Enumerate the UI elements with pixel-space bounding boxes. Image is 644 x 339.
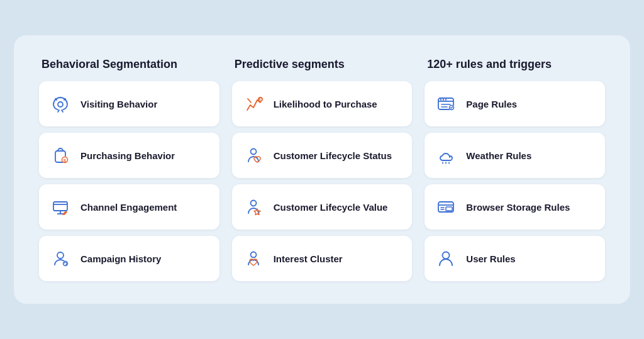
likelihood-icon (242, 92, 265, 115)
svg-point-6 (57, 252, 64, 258)
card-label-0-3: Campaign History (80, 253, 161, 264)
card-label-2-0: Page Rules (466, 99, 517, 109)
column-header-2: 120+ rules and triggers (425, 58, 605, 71)
card-0-3[interactable]: Campaign History (39, 236, 219, 281)
svg-point-21 (443, 252, 450, 259)
svg-point-12 (250, 252, 256, 258)
card-label-0-2: Channel Engagement (80, 202, 177, 213)
channel-icon (49, 196, 72, 218)
card-label-0-1: Purchasing Behavior (80, 150, 175, 161)
svg-point-0 (58, 102, 63, 107)
card-1-3[interactable]: Interest Cluster (232, 236, 413, 281)
user-icon (435, 247, 457, 270)
interest-icon (242, 247, 265, 270)
column-2: 120+ rules and triggers Page Rules Weath… (425, 58, 605, 281)
main-container: Behavioral Segmentation Visiting Behavio… (14, 35, 630, 304)
card-label-2-1: Weather Rules (466, 150, 531, 161)
svg-text:$: $ (64, 158, 66, 164)
cards-col-0: Visiting Behavior $ Purchasing Behavior … (39, 81, 219, 281)
card-2-0[interactable]: Page Rules (425, 81, 605, 126)
svg-point-10 (250, 149, 256, 155)
lifecycle-value-icon (242, 196, 265, 218)
svg-point-16 (445, 99, 447, 100)
card-label-1-1: Customer Lifecycle Status (274, 150, 392, 161)
svg-point-14 (440, 99, 441, 100)
card-2-2[interactable]: Browser Storage Rules (425, 184, 605, 230)
campaign-icon (49, 247, 72, 270)
browser-icon (435, 196, 457, 218)
card-0-2[interactable]: Channel Engagement (39, 184, 219, 230)
lifecycle-status-icon (242, 144, 265, 167)
card-1-1[interactable]: Customer Lifecycle Status (232, 133, 413, 178)
card-2-1[interactable]: Weather Rules (425, 133, 605, 178)
svg-point-11 (250, 201, 256, 206)
card-1-0[interactable]: Likelihood to Purchase (232, 81, 413, 126)
cards-col-2: Page Rules Weather Rules Browser Storage… (425, 81, 605, 281)
card-0-1[interactable]: $ Purchasing Behavior (39, 133, 219, 178)
weather-icon (435, 144, 457, 167)
card-label-2-3: User Rules (466, 253, 515, 264)
purchasing-icon: $ (49, 144, 72, 167)
card-label-2-2: Browser Storage Rules (466, 202, 570, 213)
column-header-1: Predictive segments (232, 58, 413, 71)
visiting-icon (49, 92, 72, 115)
column-header-0: Behavioral Segmentation (39, 58, 219, 71)
column-0: Behavioral Segmentation Visiting Behavio… (39, 58, 219, 281)
card-2-3[interactable]: User Rules (425, 236, 605, 281)
card-label-1-3: Interest Cluster (274, 253, 343, 264)
card-label-1-2: Customer Lifecycle Value (274, 202, 388, 213)
svg-rect-20 (446, 207, 452, 211)
card-1-2[interactable]: Customer Lifecycle Value (232, 184, 413, 230)
svg-rect-5 (53, 202, 67, 211)
column-1: Predictive segments Likelihood to Purcha… (232, 58, 413, 281)
cards-col-1: Likelihood to Purchase Customer Lifecycl… (232, 81, 413, 281)
card-label-0-0: Visiting Behavior (80, 99, 157, 109)
svg-point-15 (443, 99, 444, 100)
card-0-0[interactable]: Visiting Behavior (39, 81, 219, 126)
page-icon (435, 92, 457, 115)
card-label-1-0: Likelihood to Purchase (274, 99, 377, 109)
columns-grid: Behavioral Segmentation Visiting Behavio… (39, 58, 605, 281)
